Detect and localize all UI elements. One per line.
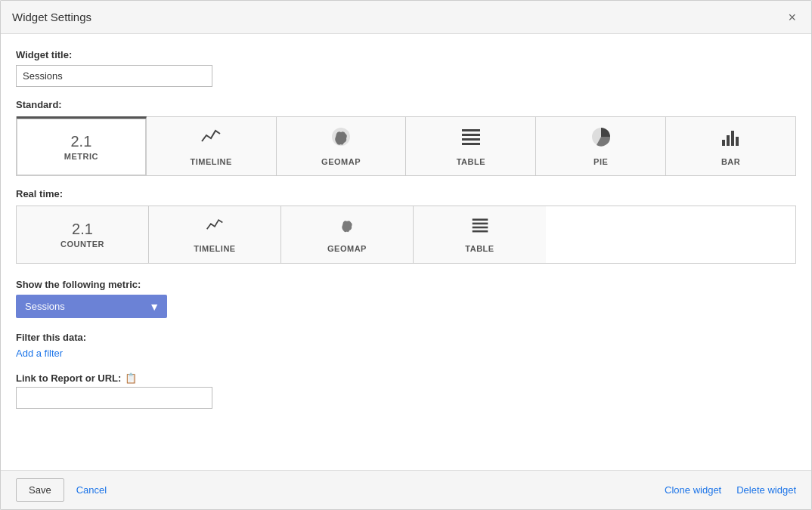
timeline-label: TIMELINE	[191, 157, 232, 166]
svg-rect-10	[472, 218, 488, 221]
delete-widget-button[interactable]: Delete widget	[736, 484, 796, 496]
standard-cell-table[interactable]: TABLE	[406, 117, 536, 175]
geomap-icon	[330, 126, 352, 151]
standard-cell-geomap[interactable]: GEOMAP	[277, 117, 407, 175]
widget-title-label: Widget title:	[16, 49, 796, 60]
rt-table-label: TABLE	[465, 244, 494, 253]
realtime-widget-grid: 2.1 COUNTER TIMELINE GEOMA	[16, 206, 796, 264]
standard-cell-bar[interactable]: BAR	[666, 117, 795, 175]
svg-rect-4	[462, 143, 480, 145]
svg-rect-12	[472, 227, 488, 229]
svg-rect-11	[472, 223, 488, 225]
pie-label: PIE	[594, 157, 608, 166]
svg-rect-9	[736, 137, 739, 146]
standard-cell-pie[interactable]: PIE	[536, 117, 666, 175]
save-button[interactable]: Save	[16, 478, 64, 502]
svg-rect-1	[462, 129, 480, 131]
filter-section: Filter this data: Add a filter	[16, 332, 796, 359]
metric-select[interactable]: Sessions Users Pageviews Bounce Rate	[16, 295, 167, 318]
pie-icon	[590, 126, 612, 151]
standard-cell-timeline[interactable]: TIMELINE	[147, 117, 277, 175]
bar-label: BAR	[721, 157, 740, 166]
link-label-text: Link to Report or URL:	[16, 372, 121, 384]
dialog-body: Widget title: Standard: 2.1 METRIC TIMEL…	[1, 34, 811, 470]
svg-rect-7	[727, 135, 730, 146]
standard-widget-grid: 2.1 METRIC TIMELINE	[16, 116, 796, 176]
standard-label: Standard:	[16, 99, 796, 110]
metric-select-label: Show the following metric:	[16, 279, 796, 290]
link-input[interactable]	[16, 387, 212, 409]
cancel-button[interactable]: Cancel	[73, 479, 110, 501]
counter-number: 2.1	[72, 221, 93, 236]
counter-label: COUNTER	[60, 240, 104, 249]
standard-cell-metric[interactable]: 2.1 METRIC	[17, 116, 147, 175]
timeline-icon	[200, 126, 222, 151]
svg-rect-8	[731, 131, 734, 146]
table-label: TABLE	[457, 157, 485, 166]
widget-settings-dialog: Widget Settings × Widget title: Standard…	[0, 0, 812, 510]
bar-icon	[721, 126, 742, 151]
clone-widget-button[interactable]: Clone widget	[665, 484, 721, 496]
report-icon: 📋	[125, 372, 137, 384]
svg-rect-3	[462, 138, 480, 141]
link-label: Link to Report or URL: 📋	[16, 372, 796, 384]
metric-select-wrapper: Sessions Users Pageviews Bounce Rate ▼	[16, 295, 167, 318]
svg-rect-2	[462, 134, 480, 136]
realtime-cell-timeline[interactable]: TIMELINE	[149, 206, 281, 263]
table-icon	[460, 126, 482, 151]
add-filter-link[interactable]: Add a filter	[16, 348, 63, 359]
dialog-title: Widget Settings	[12, 11, 91, 23]
rt-timeline-label: TIMELINE	[194, 244, 235, 253]
realtime-cell-counter[interactable]: 2.1 COUNTER	[17, 206, 149, 263]
realtime-label: Real time:	[16, 188, 796, 199]
rt-geomap-icon	[338, 216, 356, 238]
filter-label: Filter this data:	[16, 332, 796, 343]
rt-table-icon	[471, 216, 489, 238]
metric-label: METRIC	[64, 152, 98, 161]
metric-number: 2.1	[71, 134, 92, 149]
widget-title-input[interactable]	[16, 65, 212, 87]
dialog-footer: Save Cancel Clone widget Delete widget	[1, 470, 811, 509]
rt-timeline-icon	[206, 216, 224, 238]
footer-right: Clone widget Delete widget	[665, 484, 796, 496]
close-button[interactable]: ×	[784, 9, 800, 26]
realtime-cell-geomap[interactable]: GEOMAP	[281, 206, 414, 263]
realtime-cell-table[interactable]: TABLE	[414, 206, 546, 263]
dialog-header: Widget Settings ×	[1, 1, 811, 34]
geomap-label: GEOMAP	[321, 157, 361, 166]
svg-rect-13	[472, 230, 488, 233]
rt-geomap-label: GEOMAP	[327, 244, 367, 253]
footer-left: Save Cancel	[16, 478, 110, 502]
svg-rect-6	[722, 140, 725, 146]
